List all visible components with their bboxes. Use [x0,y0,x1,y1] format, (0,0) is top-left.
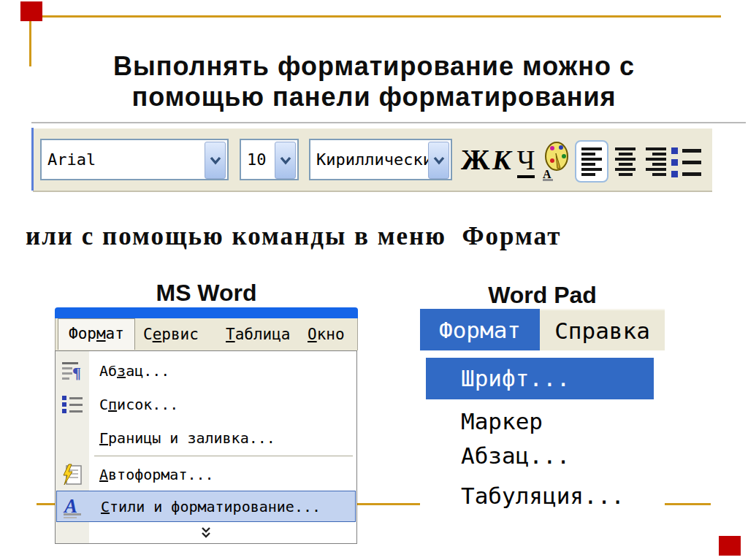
msword-label: MS Word [55,280,358,307]
align-center-icon [615,147,636,176]
autoformat-icon [61,463,84,486]
wordpad-item-bullet[interactable]: Маркер [461,405,543,437]
page-title: Выполнять форматирование можно с помощью… [58,51,690,112]
font-color-button[interactable]: А [541,139,570,181]
subtitle-text: или с помощью команды в меню Формат [26,222,561,251]
wordpad-item-paragraph[interactable]: Абзац... [461,440,570,472]
wordpad-menubar: Формат Справка [420,309,665,350]
align-center-button[interactable] [611,145,639,177]
gold-line-top-vertical [29,15,31,66]
bulleted-list-button[interactable] [671,144,706,180]
msword-titlebar [55,307,358,318]
italic-button[interactable]: К [490,140,514,180]
menu-table[interactable]: Таблица [226,318,291,350]
align-right-button[interactable] [642,145,670,177]
charset-dropdown-button[interactable] [428,142,449,179]
chevron-down-icon [280,156,291,165]
bold-label: Ж [461,143,490,176]
font-name-dropdown-button[interactable] [205,142,226,179]
italic-label: К [492,145,511,175]
menu-expand-button[interactable] [56,523,356,542]
menu-service[interactable]: Сервис [143,318,199,350]
svg-text:A: A [63,495,77,517]
charset-value: Кириллический [316,140,442,179]
palette-icon: А [541,139,570,181]
wordpad-item-font[interactable]: Шрифт... [426,358,654,399]
chevron-down-icon [210,156,221,165]
gold-line-top [29,15,721,18]
styles-icon: A [62,495,85,518]
msword-menu-screenshot: Формат Сервис Таблица Окно ¶ Абзац... [55,307,358,544]
toolbar-left-edge [31,128,34,191]
underline-button[interactable]: Ч [515,140,537,180]
font-size-combobox[interactable]: 10 [240,139,299,180]
underline-label: Ч [517,145,535,178]
wordpad-menu-screenshot: Формат Справка Шрифт... Маркер Абзац... … [420,309,665,521]
title-line-2: помощью панели форматирования [58,82,690,112]
align-right-icon [646,147,666,176]
menu-item-paragraph[interactable]: ¶ Абзац... [56,355,356,387]
title-line-1: Выполнять форматирование можно с [58,51,690,82]
font-size-value: 10 [247,140,267,179]
toolbar-top-border [31,122,746,123]
list-icon [61,393,84,416]
svg-text:¶: ¶ [72,364,81,381]
font-name-combobox[interactable]: Arial [40,139,229,180]
red-square-top-left [20,1,42,21]
font-name-value: Arial [47,140,96,179]
menu-item-list[interactable]: Список... [56,388,356,421]
wordpad-menu-format[interactable]: Формат [420,309,540,350]
paragraph-icon: ¶ [61,359,84,383]
align-left-icon [581,147,602,176]
menu-item-borders-shading[interactable]: Границы и заливка... [56,422,356,454]
double-chevron-down-icon [199,526,213,540]
charset-combobox[interactable]: Кириллический [309,139,452,180]
wordpad-label: Word Pad [420,282,665,309]
msword-menubar: Формат Сервис Таблица Окно [55,318,358,350]
wordpad-item-tabs[interactable]: Табуляция... [461,480,625,512]
wordpad-menu-help[interactable]: Справка [540,309,665,350]
red-square-bottom-right [719,536,741,556]
menu-separator [94,456,353,456]
menu-item-styles-formatting[interactable]: A Стили и форматирование... [56,491,356,522]
align-left-button[interactable] [575,140,608,183]
chevron-down-icon [433,156,445,165]
slide: Выполнять форматирование можно с помощью… [0,0,748,560]
svg-text:А: А [543,168,552,180]
bulleted-list-icon [671,147,706,154]
font-size-dropdown-button[interactable] [275,142,296,179]
msword-format-dropdown: ¶ Абзац... Список... Границы и заливка..… [55,350,357,544]
menu-format[interactable]: Формат [58,318,135,350]
menu-window[interactable]: Окно [308,318,345,350]
bold-button[interactable]: Ж [461,140,487,180]
menu-item-autoformat[interactable]: Автоформат... [56,459,356,490]
formatting-toolbar-screenshot: Arial 10 Кириллический Ж К Ч [31,121,746,192]
